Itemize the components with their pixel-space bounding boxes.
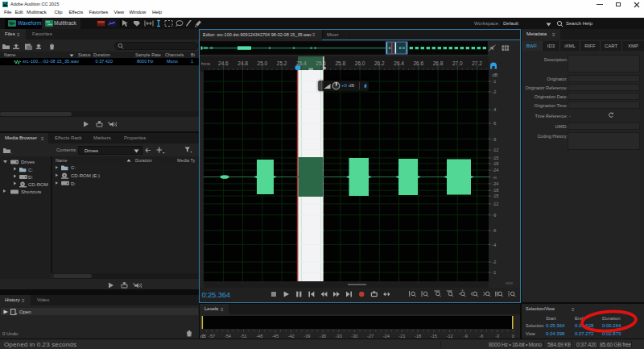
svg-text:-24: -24 xyxy=(492,168,498,172)
svg-text:Shortcuts: Shortcuts xyxy=(21,189,41,194)
svg-text:-21: -21 xyxy=(398,334,405,339)
svg-text:CD-ROM (E:): CD-ROM (E:) xyxy=(71,173,100,178)
svg-text:D:: D: xyxy=(71,181,76,186)
svg-text:D:: D: xyxy=(28,175,33,180)
svg-text:-12: -12 xyxy=(447,334,453,339)
svg-text:-48: -48 xyxy=(256,334,262,339)
svg-text:26.8: 26.8 xyxy=(433,60,444,66)
svg-text:-15: -15 xyxy=(492,193,498,198)
svg-text:0: 0 xyxy=(512,334,514,339)
svg-text:25.8: 25.8 xyxy=(335,60,345,66)
svg-text:-3: -3 xyxy=(495,334,499,339)
svg-text:-15: -15 xyxy=(492,156,498,160)
svg-text:-36: -36 xyxy=(320,334,326,339)
svg-text:dB: dB xyxy=(492,73,497,77)
svg-text:-15: -15 xyxy=(431,334,437,339)
svg-text:-9: -9 xyxy=(492,213,496,218)
svg-text:hms: hms xyxy=(201,61,210,66)
svg-text:26.2: 26.2 xyxy=(374,60,385,66)
svg-text:-6: -6 xyxy=(492,121,496,126)
svg-text:-33: -33 xyxy=(336,334,342,339)
svg-text:27.0: 27.0 xyxy=(452,60,463,66)
svg-text:-18: -18 xyxy=(415,334,421,339)
svg-text:-30: -30 xyxy=(351,334,357,339)
svg-text:Drives: Drives xyxy=(21,160,35,164)
svg-text:25.0: 25.0 xyxy=(258,60,268,66)
svg-text:-12: -12 xyxy=(492,202,498,206)
svg-text:C:: C: xyxy=(71,165,76,170)
svg-text:C:: C: xyxy=(28,168,33,172)
svg-text:-18: -18 xyxy=(492,161,498,166)
svg-text:-6: -6 xyxy=(492,228,496,233)
svg-text:-45: -45 xyxy=(272,334,279,339)
svg-text:CD-ROM: CD-ROM xyxy=(28,182,48,187)
svg-text:24.8: 24.8 xyxy=(237,60,248,66)
svg-text:24.6: 24.6 xyxy=(218,60,229,66)
svg-text:-1: -1 xyxy=(492,79,496,84)
svg-text:25.2: 25.2 xyxy=(277,60,287,66)
svg-text:26.4: 26.4 xyxy=(394,60,404,66)
svg-text:-12: -12 xyxy=(492,147,498,152)
svg-text:-24: -24 xyxy=(492,181,498,186)
svg-text:25.6: 25.6 xyxy=(316,60,326,66)
svg-text:-18: -18 xyxy=(492,188,498,193)
svg-text:26.0: 26.0 xyxy=(355,60,365,66)
svg-text:-39: -39 xyxy=(303,334,310,339)
svg-text:-1: -1 xyxy=(492,270,496,275)
svg-text:-∞: -∞ xyxy=(492,175,497,180)
svg-text:-9: -9 xyxy=(464,334,468,339)
svg-text:-24: -24 xyxy=(383,334,390,339)
svg-text:25.4: 25.4 xyxy=(296,60,307,66)
svg-text:26.6: 26.6 xyxy=(413,60,423,66)
svg-text:-6: -6 xyxy=(480,334,484,339)
svg-text:dB: dB xyxy=(200,334,206,339)
svg-text:-51: -51 xyxy=(241,334,247,339)
svg-text:-2: -2 xyxy=(492,89,496,94)
svg-text:27.2: 27.2 xyxy=(472,60,482,66)
svg-text:-57: -57 xyxy=(208,334,215,339)
svg-text:-4: -4 xyxy=(492,243,496,247)
svg-text:-2: -2 xyxy=(492,260,496,264)
svg-text:-54: -54 xyxy=(225,334,231,339)
svg-text:-4: -4 xyxy=(492,107,496,112)
svg-text:-27: -27 xyxy=(367,334,374,339)
svg-text:-42: -42 xyxy=(288,334,295,339)
svg-text:-9: -9 xyxy=(492,137,496,142)
